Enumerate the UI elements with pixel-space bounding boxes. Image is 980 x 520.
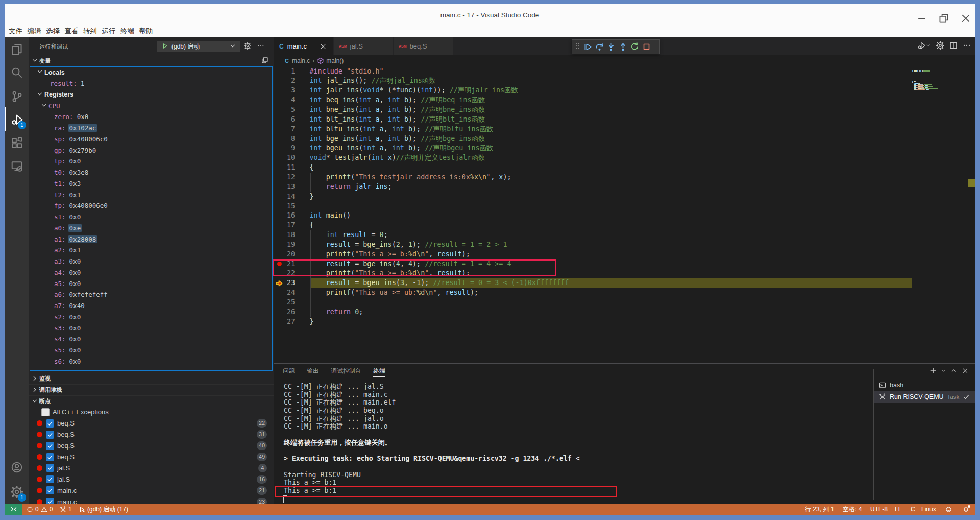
breakpoint-row-beq.S-40[interactable]: beq.S40 [29,440,274,452]
code-line-20[interactable]: 20 printf("This a >= b:%d\n", result); [274,250,975,259]
breadcrumbs[interactable]: C main.c › main() [274,55,975,66]
code-line-12[interactable]: 12 printf("This testjalr address is:0x%x… [274,173,975,182]
terminal-output[interactable]: CC -[M] 正在构建 ... jal.SCC -[M] 正在构建 ... m… [284,383,871,495]
minimize-button[interactable] [916,13,927,24]
code-line-25[interactable]: 25 [274,298,975,308]
variables-panel-icon[interactable] [261,57,270,65]
code-line-16[interactable]: 16int main() [274,211,975,221]
run-or-debug-button[interactable] [918,41,931,52]
language-status[interactable]: C [911,504,915,515]
encoding-status[interactable]: UTF-8 [870,504,888,515]
panel-tab-调试控制台[interactable]: 调试控制台 [331,364,361,377]
breakpoint-exceptions-row[interactable]: All C++ Exceptions [29,407,274,418]
breakpoint-checkbox[interactable] [46,498,54,504]
breakpoint-checkbox[interactable] [46,464,54,472]
variable-row-s7[interactable]: s7:0x0 [30,367,272,371]
variable-row-t1[interactable]: t1:0x3 [30,178,272,190]
debug-session-status[interactable]: (gdb) 启动 (17) [79,504,128,515]
terminal-instance-bash[interactable]: bash [874,380,975,391]
code-line-24[interactable]: 24 printf("This ua >= ub:%d\n", result); [274,288,975,298]
breakpoint-row-beq.S-22[interactable]: beq.S22 [29,418,274,429]
menu-编辑[interactable]: 编辑 [28,27,41,37]
breakpoint-checkbox[interactable] [46,419,54,428]
breakpoints-section-header[interactable]: 断点 [29,395,274,407]
variable-row-fp[interactable]: fp:0x408006e0 [30,200,272,211]
panel-tab-输出[interactable]: 输出 [307,364,318,377]
variables-section-header[interactable]: 变量 [29,55,274,66]
code-line-7[interactable]: 7int bltu_ins(int a, int b); //声明bltu_in… [274,125,975,134]
editor-gear-icon[interactable] [936,41,944,52]
variable-row-Locals[interactable]: Locals [30,67,272,78]
code-line-5[interactable]: 5int bne_ins(int a, int b); //声明bne_ins函… [274,105,975,115]
breakpoint-checkbox[interactable] [46,486,54,494]
activity-extensions-icon[interactable] [5,131,29,155]
feedback-icon[interactable] [945,504,952,515]
breakpoint-checkbox[interactable] [46,442,54,450]
editor-more-actions-icon[interactable] [963,41,971,52]
code-line-11[interactable]: 11{ [274,163,975,173]
variable-row-CPU[interactable]: CPU [30,100,272,111]
debug-settings-gear-icon[interactable] [244,42,253,51]
breakpoint-row-main.c-21[interactable]: main.c21 [29,485,274,496]
variable-row-result[interactable]: result:1 [30,78,272,89]
variable-row-s5[interactable]: s5:0x0 [30,345,272,356]
variable-row-a7[interactable]: a7:0x40 [30,300,272,312]
menu-终端[interactable]: 终端 [120,27,134,37]
close-button[interactable] [960,13,971,24]
maximize-panel-icon[interactable] [950,367,958,376]
tab-beq.S[interactable]: ASMbeq.S [394,37,453,55]
tab-main.c[interactable]: Cmain.c [274,37,333,55]
eol-status[interactable]: LF [895,504,902,515]
code-line-8[interactable]: 8int bge_ins(int a, int b); //声明bge_ins函… [274,134,975,144]
activity-source-control-icon[interactable] [5,84,29,108]
variable-row-a0[interactable]: a0:0xe [30,223,272,234]
code-line-18[interactable]: 18 int result = 0; [274,230,975,240]
launch-config-dropdown[interactable]: (gdb) 启动 [157,41,240,52]
menu-文件[interactable]: 文件 [9,27,22,37]
code-line-2[interactable]: 2int jal_ins(); //声明jal_ins函数 [274,76,975,86]
variable-row-zero[interactable]: zero:0x0 [30,111,272,123]
menu-运行[interactable]: 运行 [102,27,116,37]
code-line-15[interactable]: 15 [274,202,975,211]
debug-more-actions-icon[interactable] [257,42,266,51]
continue-button[interactable] [582,41,594,53]
activity-account-icon[interactable] [5,455,29,479]
step-into-button[interactable] [605,41,617,53]
code-line-1[interactable]: 1#include "stdio.h" [274,67,975,77]
terminal-dropdown-icon[interactable] [941,367,946,376]
activity-explorer-icon[interactable] [5,37,29,61]
terminal-instance-Run RISCV-QEMU[interactable]: Run RISCV-QEMUTask [874,391,975,403]
menu-转到[interactable]: 转到 [83,27,97,37]
breakpoint-row-jal.S-16[interactable]: jal.S16 [29,474,274,485]
breakpoint-row-beq.S-49[interactable]: beq.S49 [29,452,274,463]
code-editor[interactable]: 1#include "stdio.h"2int jal_ins(); //声明j… [274,66,975,363]
variable-row-a6[interactable]: a6:0xfefefeff [30,289,272,300]
variable-row-a2[interactable]: a2:0x1 [30,245,272,256]
step-out-button[interactable] [617,41,629,53]
variable-row-gp[interactable]: gp:0x279b0 [30,145,272,156]
code-line-17[interactable]: 17{ [274,221,975,230]
variable-row-Registers[interactable]: Registers [30,89,272,101]
variable-row-s6[interactable]: s6:0x0 [30,356,272,367]
breakpoint-row-jal.S-4[interactable]: jal.S4 [29,462,274,474]
breadcrumb-symbol[interactable]: main() [326,57,344,64]
new-terminal-icon[interactable] [930,367,937,376]
code-line-3[interactable]: 3int jalr_ins(void* (*func)(int)); //声明j… [274,86,975,96]
indentation-status[interactable]: 空格: 4 [843,504,862,515]
code-line-19[interactable]: 19 result = bge_ins(2, 1); //result = 1 … [274,240,975,250]
restart-button[interactable] [629,41,641,53]
code-line-6[interactable]: 6int blt_ins(int a, int b); //声明blt_ins函… [274,115,975,125]
breadcrumb-file[interactable]: main.c [292,57,310,64]
remote-indicator[interactable] [5,504,22,515]
code-line-10[interactable]: 10void* testjalr(int x)//声明并定义testjalr函数 [274,153,975,163]
variable-row-s1[interactable]: s1:0x0 [30,211,272,223]
menu-选择[interactable]: 选择 [46,27,60,37]
split-editor-icon[interactable] [949,41,958,52]
breakpoint-checkbox[interactable] [46,453,54,461]
activity-search-icon[interactable] [5,60,29,84]
code-line-23[interactable]: 23 result = bgeu_ins(3, -1); //result = … [274,278,975,288]
code-line-27[interactable]: 27} [274,317,975,327]
variable-row-a4[interactable]: a4:0x0 [30,267,272,278]
cursor-position-status[interactable]: 行 23, 列 1 [805,504,834,515]
panel-tab-终端[interactable]: 终端 [373,364,385,377]
